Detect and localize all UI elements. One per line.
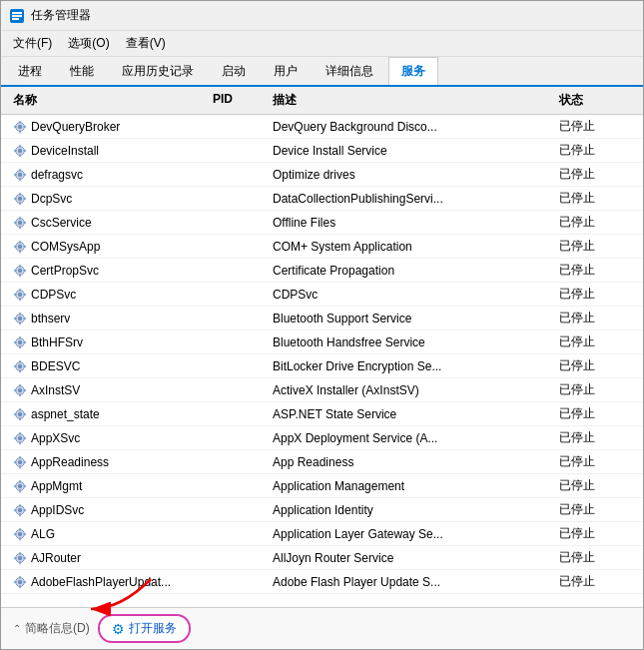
- table-row[interactable]: COMSysAppCOM+ System Application已停止: [1, 235, 643, 259]
- cell-desc: App Readiness: [269, 451, 555, 472]
- tab-users[interactable]: 用户: [261, 57, 311, 85]
- tab-performance[interactable]: 性能: [57, 57, 107, 85]
- cell-desc: AppX Deployment Service (A...: [269, 427, 555, 448]
- tab-services[interactable]: 服务: [388, 57, 438, 85]
- table-row[interactable]: CscServiceOffline Files已停止: [1, 211, 643, 235]
- cell-name: CscService: [9, 212, 209, 233]
- header-name[interactable]: 名称: [9, 90, 209, 111]
- cell-name: CertPropSvc: [9, 260, 209, 281]
- service-name: CDPSvc: [31, 288, 76, 302]
- cell-name: DevQueryBroker: [9, 116, 209, 137]
- table-row[interactable]: AppReadinessApp Readiness已停止: [1, 450, 643, 474]
- table-row[interactable]: DeviceInstallDevice Install Service已停止: [1, 139, 643, 163]
- cell-status: 已停止: [555, 451, 635, 472]
- tab-startup[interactable]: 启动: [209, 57, 259, 85]
- service-name: AppMgmt: [31, 479, 82, 493]
- svg-point-95: [18, 483, 22, 487]
- cell-desc: Application Management: [269, 475, 555, 496]
- svg-point-5: [18, 124, 22, 128]
- cell-pid: [209, 427, 269, 448]
- table-row[interactable]: ALGApplication Layer Gateway Se...已停止: [1, 522, 643, 546]
- table-row[interactable]: AJRouterAllJoyn Router Service已停止: [1, 546, 643, 570]
- cell-status: 已停止: [555, 331, 635, 352]
- cell-name: ALG: [9, 523, 209, 544]
- table-row[interactable]: bthservBluetooth Support Service已停止: [1, 307, 643, 330]
- cell-name: AxInstSV: [9, 379, 209, 400]
- cell-desc: Offline Files: [269, 212, 555, 233]
- table-row[interactable]: AxInstSVActiveX Installer (AxInstSV)已停止: [1, 378, 643, 402]
- svg-point-23: [18, 196, 22, 200]
- svg-point-77: [18, 411, 22, 415]
- service-icon: [13, 407, 27, 421]
- cell-status: 已停止: [555, 499, 635, 520]
- cell-desc: ActiveX Installer (AxInstSV): [269, 379, 555, 400]
- task-manager-window: 任务管理器 文件(F) 选项(O) 查看(V) 进程 性能 应用历史记录 启动 …: [0, 0, 644, 650]
- service-name: AxInstSV: [31, 383, 80, 397]
- service-icon: [13, 455, 27, 469]
- svg-point-119: [18, 579, 22, 583]
- service-name: aspnet_state: [31, 407, 100, 421]
- cell-desc: DataCollectionPublishingServi...: [269, 188, 555, 209]
- cell-pid: [209, 571, 269, 592]
- table-row[interactable]: BDESVCBitLocker Drive Encryption Se...已停…: [1, 354, 643, 378]
- cell-status: 已停止: [555, 260, 635, 281]
- cell-pid: [209, 451, 269, 472]
- cell-name: AJRouter: [9, 547, 209, 568]
- svg-rect-3: [12, 18, 19, 20]
- service-name: BthHFSrv: [31, 335, 83, 349]
- cell-desc: Bluetooth Support Service: [269, 308, 555, 328]
- header-desc[interactable]: 描述: [269, 90, 555, 111]
- tab-app-history[interactable]: 应用历史记录: [109, 57, 207, 85]
- cell-name: COMSysApp: [9, 236, 209, 257]
- cell-desc: Certificate Propagation: [269, 260, 555, 281]
- svg-point-101: [18, 507, 22, 511]
- table-row[interactable]: BthHFSrvBluetooth Handsfree Service已停止: [1, 330, 643, 354]
- tab-process[interactable]: 进程: [5, 57, 55, 85]
- cell-name: bthserv: [9, 308, 209, 328]
- cell-pid: [209, 164, 269, 185]
- window-title: 任务管理器: [31, 7, 91, 24]
- menu-file[interactable]: 文件(F): [5, 33, 60, 54]
- table-row[interactable]: CertPropSvcCertificate Propagation已停止: [1, 259, 643, 283]
- cell-desc: DevQuery Background Disco...: [269, 116, 555, 137]
- cell-name: BthHFSrv: [9, 331, 209, 352]
- svg-rect-2: [12, 15, 22, 17]
- cell-desc: BitLocker Drive Encryption Se...: [269, 355, 555, 376]
- svg-point-89: [18, 459, 22, 463]
- header-status[interactable]: 状态: [555, 90, 635, 111]
- table-row[interactable]: AppMgmtApplication Management已停止: [1, 474, 643, 498]
- cell-pid: [209, 547, 269, 568]
- cell-status: 已停止: [555, 571, 635, 592]
- header-pid[interactable]: PID: [209, 90, 269, 111]
- table-row[interactable]: AppXSvcAppX Deployment Service (A...已停止: [1, 426, 643, 450]
- open-service-button[interactable]: ⚙ 打开服务: [98, 614, 191, 643]
- table-row[interactable]: DcpSvcDataCollectionPublishingServi...已停…: [1, 187, 643, 211]
- table-row[interactable]: AppIDSvcApplication Identity已停止: [1, 498, 643, 522]
- tab-details[interactable]: 详细信息: [313, 57, 386, 85]
- tab-bar: 进程 性能 应用历史记录 启动 用户 详细信息 服务: [1, 57, 643, 87]
- service-icon: [13, 575, 27, 589]
- cell-desc: Bluetooth Handsfree Service: [269, 331, 555, 352]
- cell-name: BDESVC: [9, 355, 209, 376]
- table-body: DevQueryBrokerDevQuery Background Disco.…: [1, 115, 643, 607]
- window-icon: [9, 8, 25, 24]
- service-icon: [13, 335, 27, 349]
- menu-view[interactable]: 查看(V): [118, 33, 174, 54]
- summary-toggle[interactable]: ⌃ 简略信息(D): [13, 620, 90, 637]
- svg-point-47: [18, 292, 22, 296]
- cell-status: 已停止: [555, 164, 635, 185]
- svg-point-53: [18, 316, 22, 320]
- cell-pid: [209, 212, 269, 233]
- menu-options[interactable]: 选项(O): [60, 33, 117, 54]
- footer: ⌃ 简略信息(D) ⚙ 打开服务: [1, 607, 643, 649]
- table-row[interactable]: DevQueryBrokerDevQuery Background Disco.…: [1, 115, 643, 139]
- table-row[interactable]: AdobeFlashPlayerUpdat...Adobe Flash Play…: [1, 570, 643, 594]
- cell-status: 已停止: [555, 355, 635, 376]
- svg-point-65: [18, 363, 22, 367]
- table-row[interactable]: aspnet_stateASP.NET State Service已停止: [1, 402, 643, 426]
- service-name: DevQueryBroker: [31, 120, 120, 134]
- table-row[interactable]: CDPSvcCDPSvc已停止: [1, 283, 643, 307]
- service-icon: [13, 551, 27, 565]
- cell-status: 已停止: [555, 236, 635, 257]
- table-row[interactable]: defragsvcOptimize drives已停止: [1, 163, 643, 187]
